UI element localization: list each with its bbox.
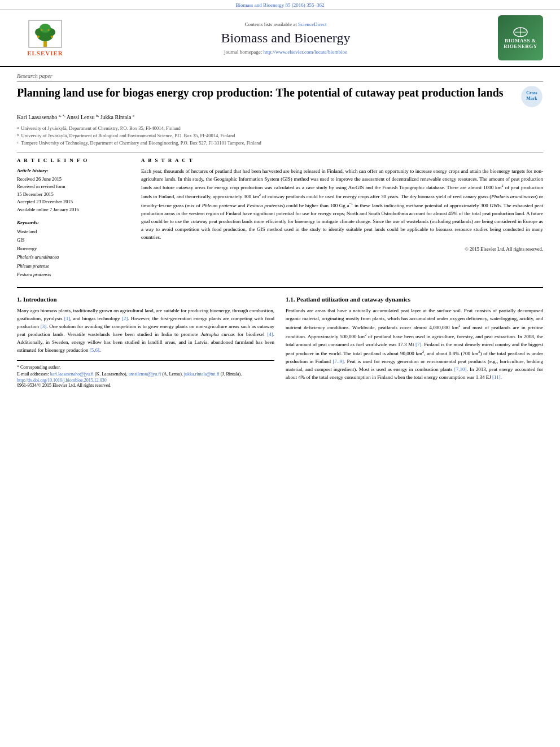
article-content: Research paper Planning land use for bio… [0,67,560,394]
svg-text:Cross: Cross [526,90,537,95]
journal-badge-area: BIOMASS &BIOENERGY [492,15,549,60]
authors-line: Kari Laasasenaho a, *, Anssi Lensu b, Ju… [17,113,543,120]
journal-title: Biomass and Bioenergy [79,30,492,46]
author-2: Anssi Lensu b, [67,114,100,120]
peatland-subheading: 1.1. Peatland utilization and cutaway dy… [286,296,543,303]
doi-link[interactable]: http://dx.doi.org/10.1016/j.biombioe.201… [17,378,274,383]
issn-text: 0961-9534/© 2015 Elsevier Ltd. All right… [17,383,274,388]
email-note: E-mail addresses: kari.laasasenaho@jyu.f… [17,371,274,378]
affiliation-c: c Tampere University of Technology, Depa… [17,139,543,147]
peatland-body: Peatlands are areas that have a naturall… [286,307,543,381]
keyword-3: Bioenergy [17,244,130,253]
crossmark-badge-icon: Cross Mark [520,85,543,108]
abstract-column: A B S T R A C T Each year, thousands of … [141,158,543,279]
svg-point-7 [41,29,42,30]
journal-badge: BIOMASS &BIOENERGY [498,15,543,60]
svg-point-5 [37,36,40,38]
keyword-4: Phalaris arundinacea [17,253,130,261]
ref-710-link[interactable]: [7,10] [454,366,467,372]
svg-point-8 [47,29,49,30]
elsevier-logo: ELSEVIER [27,20,63,56]
svg-rect-0 [43,41,47,47]
keyword-6: Festuca pratensis [17,270,130,279]
contents-text: Contents lists available at [245,21,297,27]
introduction-heading: 1. Introduction [17,296,274,303]
history-revised-date: 15 December 2015 [17,191,130,199]
ref-7-link[interactable]: [7] [415,342,422,347]
affiliation-a: a University of Jyväskylä, Department of… [17,125,543,132]
ref-11-link[interactable]: [11] [492,374,501,380]
abstract-heading: A B S T R A C T [141,158,543,163]
abstract-text: Each year, thousands of hectares of peat… [141,168,543,242]
introduction-left: 1. Introduction Many agro biomass plants… [17,296,274,388]
contents-availability: Contents lists available at ScienceDirec… [79,21,492,27]
ref-2-link[interactable]: [2] [122,316,128,321]
badge-title-text: BIOMASS &BIOENERGY [504,38,537,49]
article-type-label: Research paper [17,73,543,82]
keyword-5: Phleum pratense [17,262,130,270]
affil-sup-a: a [17,125,19,132]
ref-3-link[interactable]: [3] [41,324,47,329]
introduction-section: 1. Introduction Many agro biomass plants… [17,296,543,388]
svg-point-6 [51,36,53,38]
ref-1-link[interactable]: [1] [64,316,71,321]
email-j-link[interactable]: jukka.rintala@tut.fi [184,372,220,377]
svg-point-4 [40,24,51,33]
elsevier-label: ELSEVIER [27,50,63,56]
keyword-2: GIS [17,236,130,244]
ref-56-link[interactable]: [5,6] [90,347,99,353]
ref-79-link[interactable]: [7–9] [333,359,344,364]
divider-1 [17,152,543,153]
history-available: Available online 7 January 2016 [17,206,130,214]
svg-text:Mark: Mark [526,96,537,101]
introduction-right: 1.1. Peatland utilization and cutaway dy… [286,296,543,388]
article-title: Planning land use for biogas energy crop… [17,85,512,100]
email-label: E-mail addresses: [17,372,49,377]
journal-title-area: Contents lists available at ScienceDirec… [79,21,492,55]
author-1: Kari Laasasenaho a, *, [17,114,67,120]
homepage-line: journal homepage: http://www.elsevier.co… [79,49,492,55]
keywords-label: Keywords: [17,220,130,225]
history-received: Received 26 June 2015 [17,176,130,184]
copyright-line: © 2015 Elsevier Ltd. All rights reserved… [141,246,543,252]
history-revised-label: Received in revised form [17,183,130,191]
journal-reference-bar: Biomass and Bioenergy 85 (2016) 355–362 [0,0,560,10]
article-info-column: A R T I C L E I N F O Article history: R… [17,158,130,279]
sciencedirect-link[interactable]: ScienceDirect [298,21,326,27]
affil-text-a: University of Jyväskylä, Department of C… [21,125,181,132]
affiliations: a University of Jyväskylä, Department of… [17,125,543,146]
article-info-abstract-section: A R T I C L E I N F O Article history: R… [17,158,543,279]
homepage-text: journal homepage: [224,49,262,55]
keyword-1: Wasteland [17,228,130,236]
article-title-area: Planning land use for biogas energy crop… [17,85,543,108]
leaf-icon [512,27,529,38]
elsevier-tree-icon [28,20,62,48]
affil-text-c: Tampere University of Technology, Depart… [21,139,261,147]
divider-thick [17,287,543,288]
affiliation-b: b University of Jyväskylä, Department of… [17,132,543,139]
footnote-section: * Corresponding author. E-mail addresses… [17,360,274,388]
affil-text-b: University of Jyväskylä, Department of B… [21,132,235,139]
history-accepted: Accepted 23 December 2015 [17,198,130,206]
email-k-link[interactable]: kari.laasasenaho@jyu.fi [50,372,94,377]
article-info-heading: A R T I C L E I N F O [17,158,130,163]
ref-4-link[interactable]: [4] [267,331,273,337]
journal-reference-text: Biomass and Bioenergy 85 (2016) 355–362 [235,2,324,8]
journal-header: ELSEVIER Contents lists available at Sci… [0,10,560,67]
homepage-link[interactable]: http://www.elsevier.com/locate/biombioe [264,49,347,55]
author-3: Jukka Rintala c [100,114,134,120]
email-a-link[interactable]: anssilensu@jyu.fi [129,372,161,377]
elsevier-logo-area: ELSEVIER [11,20,79,56]
article-history-label: Article history: [17,168,130,173]
affil-sup-c: c [17,139,19,147]
corresponding-author-note: * Corresponding author. [17,364,274,371]
introduction-body: Many agro biomass plants, traditionally … [17,307,274,355]
affil-sup-b: b [17,132,19,139]
